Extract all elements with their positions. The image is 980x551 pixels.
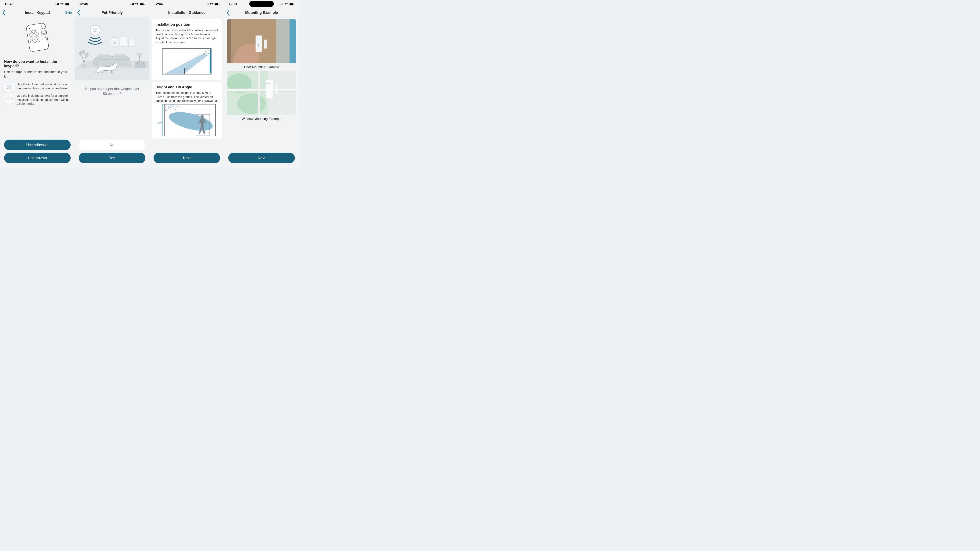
height-label: 2.5 m — [157, 122, 162, 124]
svg-rect-86 — [227, 91, 296, 92]
svg-point-84 — [237, 94, 266, 114]
svg-point-40 — [79, 51, 83, 56]
cellular-icon — [130, 3, 134, 5]
svg-rect-3 — [26, 23, 49, 52]
option-adhesive: Use the included adhesive stips for a lo… — [4, 82, 71, 92]
svg-rect-71 — [294, 4, 294, 5]
skip-button[interactable]: Skip — [65, 11, 72, 15]
svg-point-64 — [167, 108, 215, 134]
svg-rect-78 — [258, 44, 259, 48]
window-example: eufy Window Mounting Example — [227, 71, 296, 121]
next-button[interactable]: Next — [154, 152, 220, 163]
screen-mounting-example: 12:51 Mounting Example — [224, 0, 299, 168]
cellular-icon — [55, 3, 59, 5]
door-example-image — [227, 19, 296, 63]
svg-text:eufy: eufy — [267, 82, 270, 84]
svg-rect-51 — [139, 56, 140, 62]
cellular-icon — [280, 3, 283, 5]
nav-bar: Mounting Example — [224, 8, 299, 17]
status-bar: 12:45 — [75, 0, 150, 8]
nav-bar: Install Keypad Skip — [0, 8, 75, 17]
screw-icon — [4, 94, 14, 104]
battery-icon — [289, 3, 294, 5]
page-title: Installation Guidance — [168, 11, 205, 15]
page-title: Pet-Friendly — [102, 11, 123, 15]
svg-rect-75 — [276, 19, 290, 63]
card-heading: Height and Tilt Angle — [156, 85, 218, 89]
svg-rect-30 — [140, 3, 143, 5]
svg-rect-29 — [144, 4, 145, 5]
status-indicators — [205, 3, 220, 5]
tape-icon — [4, 82, 14, 92]
keypad-illustration: + + — [0, 17, 75, 58]
svg-point-50 — [143, 63, 144, 64]
svg-rect-73 — [227, 19, 231, 63]
door-example: Door Mounting Example — [227, 19, 296, 69]
nav-bar: Pet-Friendly — [75, 8, 150, 17]
svg-rect-56 — [210, 49, 211, 73]
status-time: 12:46 — [154, 2, 163, 6]
back-icon[interactable] — [227, 10, 230, 16]
wifi-icon — [135, 3, 138, 5]
svg-point-42 — [82, 49, 85, 54]
status-bar: 12:46 — [150, 0, 224, 8]
option-screws: Use the included screws for a sturdier i… — [4, 94, 71, 106]
svg-rect-47 — [112, 55, 127, 60]
svg-rect-1 — [70, 4, 70, 5]
svg-rect-2 — [65, 3, 69, 5]
window-example-image: eufy — [227, 71, 296, 115]
svg-rect-46 — [97, 55, 111, 60]
status-indicators — [55, 3, 70, 5]
angle-label: 20° — [171, 104, 174, 106]
status-indicators — [130, 3, 145, 5]
svg-rect-54 — [215, 3, 218, 5]
card-height-tilt: Height and Tilt Angle The recommended he… — [152, 82, 222, 138]
option-adhesive-text: Use the included adhesive stips for a lo… — [17, 82, 71, 90]
status-time: 12:51 — [229, 2, 237, 6]
svg-rect-87 — [258, 71, 260, 115]
cellular-icon — [205, 3, 208, 5]
status-bar: 12:43 — [0, 0, 75, 8]
card-installation-position: Installation position The motion sensor … — [152, 19, 222, 80]
status-time: 12:45 — [79, 2, 88, 6]
install-question: How do you want to install the keypad? — [4, 60, 71, 68]
room-illustration — [75, 17, 150, 80]
svg-rect-53 — [219, 4, 220, 5]
svg-rect-76 — [290, 19, 296, 63]
position-diagram — [156, 46, 218, 77]
card-heading: Installation position — [156, 22, 218, 27]
card-body: The motion sensor should be installed on… — [156, 29, 218, 44]
svg-rect-48 — [135, 62, 145, 68]
door-example-caption: Door Mounting Example — [227, 65, 296, 69]
svg-rect-72 — [290, 3, 293, 5]
svg-point-49 — [137, 63, 138, 64]
status-bar: 12:51 — [224, 0, 299, 8]
screen-install-keypad: 12:43 Install Keypad Skip + + — [0, 0, 75, 168]
card-body: The recommended height is 2.0m / 6.6ft t… — [156, 91, 218, 103]
status-indicators — [280, 3, 294, 5]
svg-point-68 — [208, 133, 209, 134]
wifi-icon — [285, 3, 288, 5]
option-screws-text: Use the included screws for a sturdier i… — [17, 94, 71, 106]
screen-installation-guidance: 12:46 Installation Guidance Installation… — [150, 0, 224, 168]
svg-rect-37 — [120, 37, 127, 46]
battery-icon — [215, 3, 220, 5]
back-icon[interactable] — [2, 10, 6, 16]
yes-button[interactable]: Yes — [79, 152, 145, 163]
tilt-diagram: 2.5 m 20° — [156, 105, 218, 136]
svg-point-35 — [94, 30, 96, 32]
svg-rect-44 — [94, 60, 98, 67]
use-screws-button[interactable]: Use screws — [4, 152, 71, 163]
next-button[interactable]: Next — [228, 152, 295, 163]
svg-rect-57 — [184, 68, 185, 74]
page-title: Install Keypad — [25, 11, 50, 15]
back-icon[interactable] — [77, 10, 80, 16]
battery-icon — [65, 3, 70, 5]
svg-rect-38 — [129, 39, 135, 46]
svg-point-41 — [85, 52, 89, 57]
no-button[interactable]: No — [79, 140, 145, 150]
status-time: 12:43 — [5, 2, 13, 6]
wifi-icon — [210, 3, 213, 5]
svg-rect-45 — [126, 60, 130, 67]
use-adhesive-button[interactable]: Use adhesive — [4, 140, 71, 150]
